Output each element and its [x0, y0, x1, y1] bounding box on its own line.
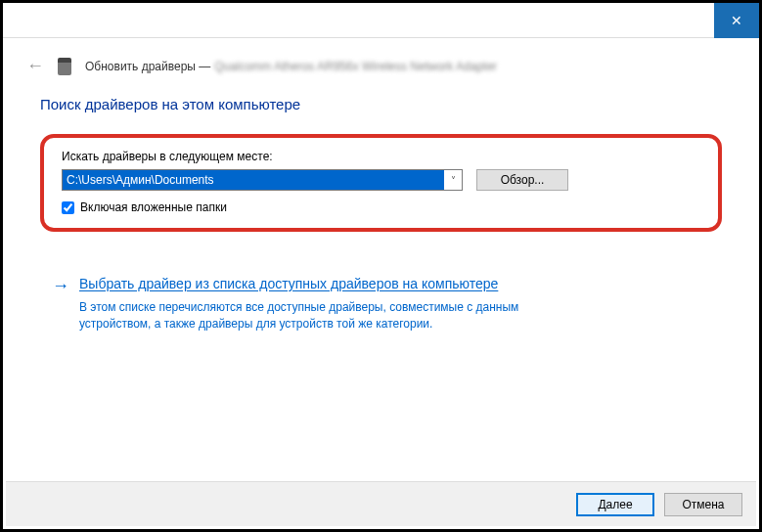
- include-subfolders-label: Включая вложенные папки: [80, 200, 227, 214]
- browse-button[interactable]: Обзор...: [476, 169, 568, 191]
- header-action: Обновить драйверы —: [85, 60, 210, 73]
- cancel-button[interactable]: Отмена: [664, 493, 742, 516]
- close-icon: ✕: [731, 13, 742, 28]
- chevron-down-icon[interactable]: ˅: [444, 175, 462, 186]
- path-value[interactable]: C:\Users\Админ\Documents: [63, 170, 444, 190]
- titlebar: ✕: [3, 3, 759, 38]
- device-icon: [58, 58, 71, 75]
- search-label: Искать драйверы в следующем месте:: [62, 150, 700, 163]
- pick-from-list-link[interactable]: Выбрать драйвер из списка доступных драй…: [79, 275, 588, 293]
- header-device-name: Qualcomm Atheros AR956x Wireless Network…: [214, 60, 497, 73]
- next-button[interactable]: Далее: [576, 493, 654, 516]
- page-title: Поиск драйверов на этом компьютере: [40, 96, 722, 112]
- path-combobox[interactable]: C:\Users\Админ\Documents ˅: [62, 169, 463, 191]
- pick-from-list-description: В этом списке перечисляются все доступны…: [79, 299, 588, 332]
- close-button[interactable]: ✕: [714, 3, 759, 38]
- arrow-right-icon: →: [52, 275, 69, 332]
- include-subfolders-checkbox[interactable]: [62, 201, 74, 214]
- back-arrow-icon[interactable]: ←: [26, 56, 44, 76]
- content-area: Поиск драйверов на этом компьютере Искат…: [3, 86, 759, 349]
- pick-from-list-section[interactable]: → Выбрать драйвер из списка доступных др…: [40, 275, 722, 332]
- wizard-footer: Далее Отмена: [6, 481, 756, 526]
- search-location-group: Искать драйверы в следующем месте: C:\Us…: [40, 134, 722, 232]
- include-subfolders-row[interactable]: Включая вложенные папки: [62, 200, 700, 214]
- path-row: C:\Users\Админ\Documents ˅ Обзор...: [62, 169, 700, 191]
- wizard-header: ← Обновить драйверы — Qualcomm Atheros A…: [3, 38, 759, 86]
